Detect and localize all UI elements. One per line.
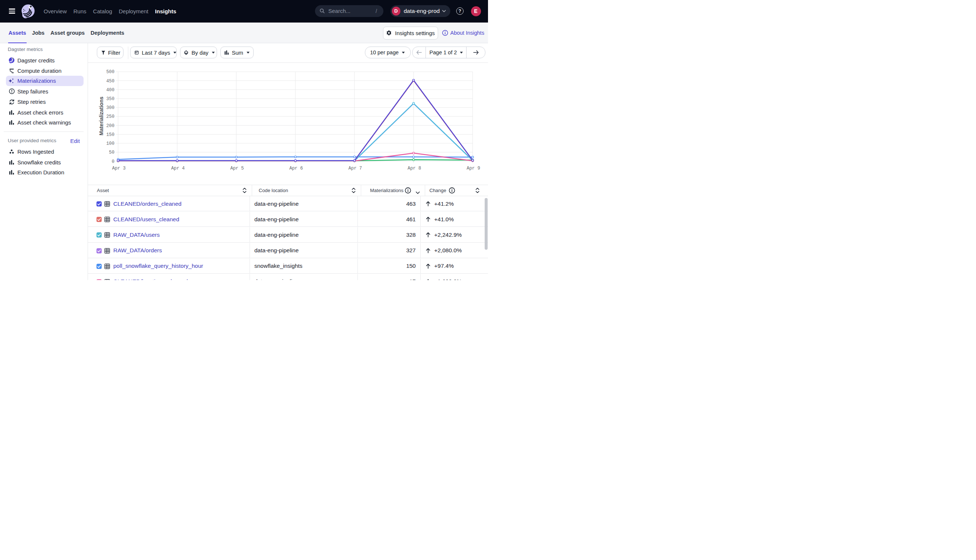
svg-text:Apr 9: Apr 9 <box>466 165 480 171</box>
svg-text:Apr 4: Apr 4 <box>171 165 185 171</box>
svg-text:Materializations: Materializations <box>99 97 104 135</box>
svg-text:350: 350 <box>106 97 114 102</box>
svg-text:450: 450 <box>106 78 114 83</box>
svg-text:Apr 5: Apr 5 <box>230 165 244 171</box>
svg-text:300: 300 <box>106 105 114 110</box>
svg-text:200: 200 <box>106 123 114 128</box>
svg-text:100: 100 <box>106 141 114 146</box>
svg-text:Apr 8: Apr 8 <box>408 165 421 171</box>
svg-text:250: 250 <box>106 114 114 119</box>
svg-text:Apr 6: Apr 6 <box>289 165 303 171</box>
svg-text:0: 0 <box>112 159 114 164</box>
svg-text:Apr 7: Apr 7 <box>348 165 362 171</box>
svg-text:500: 500 <box>106 70 114 75</box>
svg-text:400: 400 <box>106 87 114 92</box>
svg-text:150: 150 <box>106 132 114 137</box>
svg-text:Apr 3: Apr 3 <box>112 165 126 171</box>
svg-text:50: 50 <box>109 150 114 155</box>
